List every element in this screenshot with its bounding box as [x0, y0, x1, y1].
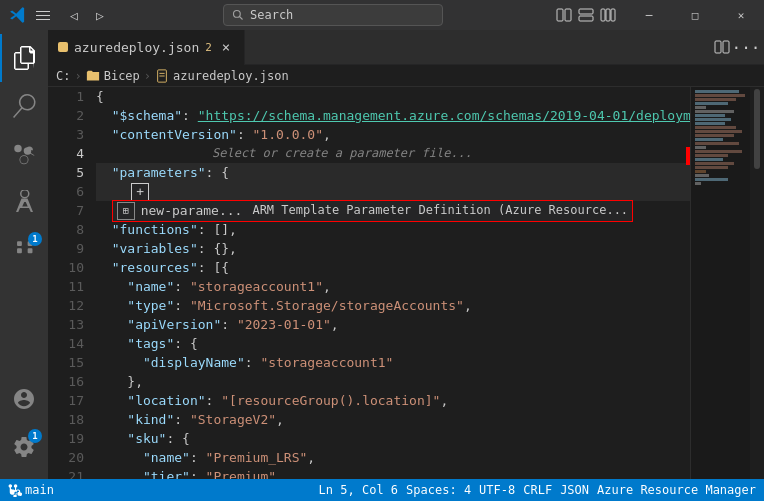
- code-line-3: "contentVersion": "1.0.0.0",: [96, 125, 690, 144]
- code-line-2: "$schema": "https://schema.management.az…: [96, 106, 690, 125]
- activity-explorer[interactable]: [0, 34, 48, 82]
- file-icon: [58, 42, 68, 52]
- breadcrumb-bicep-label: Bicep: [104, 69, 140, 83]
- code-line-1: {: [96, 87, 690, 106]
- layout-btn-3[interactable]: [598, 5, 618, 25]
- back-button[interactable]: ◁: [62, 3, 86, 27]
- error-marker: [686, 147, 690, 165]
- activity-run-debug[interactable]: [0, 178, 48, 226]
- breadcrumb-bicep: Bicep: [86, 69, 140, 83]
- close-button[interactable]: ✕: [718, 0, 764, 30]
- scrollbar-thumb[interactable]: [754, 89, 760, 169]
- split-editor-btn[interactable]: [712, 37, 732, 57]
- code-line-8: "variables": {},: [96, 239, 690, 258]
- more-actions-btn[interactable]: ···: [736, 37, 756, 57]
- svg-rect-10: [723, 41, 729, 53]
- language-mode: JSON: [560, 483, 589, 497]
- code-content[interactable]: { "$schema": "https://schema.management.…: [92, 87, 690, 479]
- breadcrumb-c-label: C:: [56, 69, 70, 83]
- tab-dirty: 2: [205, 41, 212, 54]
- code-line-10: "name": "storageaccount1",: [96, 277, 690, 296]
- tab-bar: azuredeploy.json 2 × ···: [48, 30, 764, 65]
- hint-line: Select or create a parameter file...: [96, 144, 690, 163]
- minimap: [690, 87, 750, 479]
- search-area: Search: [112, 4, 554, 26]
- svg-rect-8: [611, 9, 615, 21]
- layout-controls: [554, 5, 618, 25]
- git-branch: main: [8, 483, 54, 497]
- code-line-18: "sku": {: [96, 429, 690, 448]
- svg-rect-2: [557, 9, 563, 21]
- extensions-badge: 1: [28, 232, 42, 246]
- encoding: UTF-8: [479, 483, 515, 497]
- activity-account[interactable]: [0, 375, 48, 423]
- settings-badge: 1: [28, 429, 42, 443]
- activity-extensions[interactable]: 1: [0, 226, 48, 274]
- svg-rect-5: [579, 16, 593, 21]
- code-line-16: "location": "[resourceGroup().location]"…: [96, 391, 690, 410]
- json-file-icon: [155, 69, 169, 83]
- code-line-7: "functions": [],: [96, 220, 690, 239]
- forward-button[interactable]: ▷: [88, 3, 112, 27]
- file-tab[interactable]: azuredeploy.json 2 ×: [48, 30, 245, 65]
- main-layout: 1 1 azuredeploy.json 2 ×: [0, 30, 764, 479]
- breadcrumb-c: C:: [56, 69, 70, 83]
- activity-search[interactable]: [0, 82, 48, 130]
- search-icon: [232, 9, 244, 21]
- svg-line-1: [240, 17, 243, 20]
- activity-settings[interactable]: 1: [0, 423, 48, 471]
- tab-actions: ···: [712, 37, 764, 57]
- folder-icon: [86, 69, 100, 83]
- breadcrumb-file-label: azuredeploy.json: [173, 69, 289, 83]
- activity-bar: 1 1: [0, 30, 48, 479]
- autocomplete-item-icon: ⊞: [117, 202, 135, 220]
- search-box[interactable]: Search: [223, 4, 443, 26]
- code-line-9: "resources": [{: [96, 258, 690, 277]
- nav-buttons: ◁ ▷: [62, 3, 112, 27]
- window-controls: ─ □ ✕: [626, 0, 764, 30]
- git-icon: [8, 483, 22, 497]
- tab-filename: azuredeploy.json: [74, 40, 199, 55]
- titlebar-left: ◁ ▷: [0, 3, 112, 27]
- file-type: Azure Resource Manager: [597, 483, 756, 497]
- editor-area: azuredeploy.json 2 × ··· C: ›: [48, 30, 764, 479]
- search-label: Search: [250, 8, 293, 22]
- svg-rect-6: [601, 9, 605, 21]
- maximize-button[interactable]: □: [672, 0, 718, 30]
- code-line-13: "tags": {: [96, 334, 690, 353]
- split-layout-btn[interactable]: [554, 5, 574, 25]
- code-line-12: "apiVersion": "2023-01-01",: [96, 315, 690, 334]
- svg-rect-3: [565, 9, 571, 21]
- code-line-11: "type": "Microsoft.Storage/storageAccoun…: [96, 296, 690, 315]
- hint-text: Select or create a parameter file...: [212, 144, 472, 163]
- menu-icon[interactable]: [34, 6, 52, 24]
- breadcrumb: C: › Bicep › azuredeploy.json: [48, 65, 764, 87]
- titlebar: ◁ ▷ Search: [0, 0, 764, 30]
- autocomplete-item-label: new-parame...: [141, 201, 243, 220]
- code-line-17: "kind": "StorageV2",: [96, 410, 690, 429]
- code-line-14: "displayName": "storageaccount1": [96, 353, 690, 372]
- code-editor[interactable]: 1 2 3 4 5 6 7 8 9 10 11 12 13 14 15 16 1…: [48, 87, 764, 479]
- status-right: Ln 5, Col 6 Spaces: 4 UTF-8 CRLF JSON Az…: [319, 483, 756, 497]
- activity-source-control[interactable]: [0, 130, 48, 178]
- vscode-logo: [8, 5, 28, 25]
- autocomplete-item-desc: ARM Template Parameter Definition (Azure…: [252, 201, 628, 220]
- code-line-4: "parameters": {: [96, 163, 690, 182]
- code-line-5: +: [96, 182, 690, 201]
- layout-btn-2[interactable]: [576, 5, 596, 25]
- line-numbers: 1 2 3 4 5 6 7 8 9 10 11 12 13 14 15 16 1…: [48, 87, 92, 479]
- activity-bottom: 1: [0, 375, 48, 479]
- code-line-6: ⊞ new-parame... ARM Template Parameter D…: [96, 201, 690, 220]
- scrollbar-overview: [686, 87, 690, 479]
- tab-close-btn[interactable]: ×: [218, 39, 234, 55]
- svg-rect-7: [606, 9, 610, 21]
- code-line-20: "tier": "Premium": [96, 467, 690, 479]
- indent: Spaces: 4: [406, 483, 471, 497]
- code-line-15: },: [96, 372, 690, 391]
- minimize-button[interactable]: ─: [626, 0, 672, 30]
- scrollbar[interactable]: [750, 87, 764, 479]
- svg-rect-4: [579, 9, 593, 14]
- code-line-19: "name": "Premium_LRS",: [96, 448, 690, 467]
- status-bar: main Ln 5, Col 6 Spaces: 4 UTF-8 CRLF JS…: [0, 479, 764, 501]
- cursor-position: Ln 5, Col 6: [319, 483, 398, 497]
